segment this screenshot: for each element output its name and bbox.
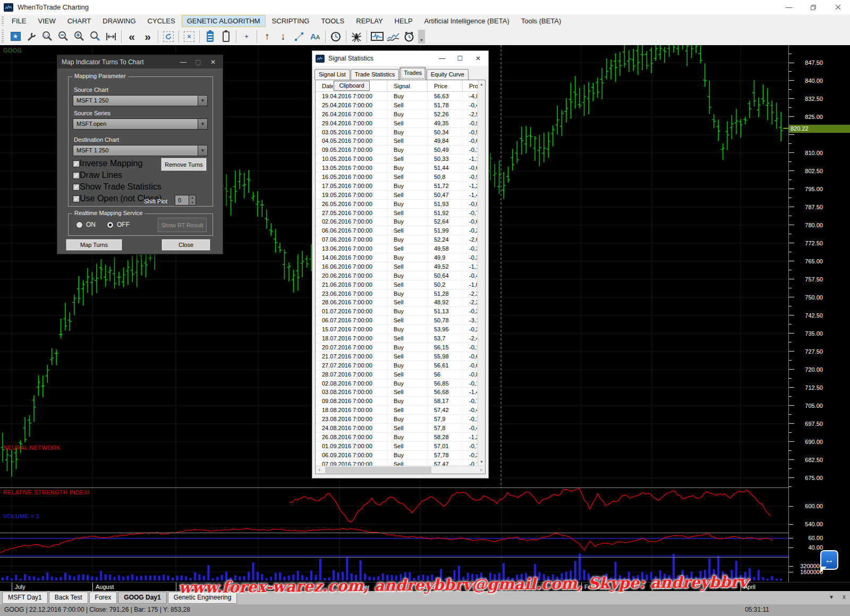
spider-icon[interactable] — [348, 30, 364, 44]
checkbox-draw-lines[interactable]: ✓Draw Lines — [73, 170, 122, 180]
table-row[interactable]: 09.08.2016 7:00:00Buy58,17-0,7 — [316, 397, 478, 406]
radio-on[interactable]: ON — [76, 221, 96, 228]
fit-width-icon[interactable] — [103, 30, 119, 44]
horizontal-scrollbar[interactable]: ‹ › — [316, 466, 485, 474]
menu-item-cycles[interactable]: CYCLES — [142, 15, 181, 27]
zoom-actual-icon[interactable]: 1:1 — [39, 30, 55, 44]
dialog-title-bar[interactable]: Map Indicator Turns To Chart — ▢ ✕ — [57, 55, 223, 69]
history-icon[interactable] — [328, 30, 344, 44]
map-turns-button[interactable]: Map Turns — [66, 239, 122, 251]
table-row[interactable]: 29.04.2016 7:00:00Sell49,35-0,9 — [316, 119, 478, 128]
minimize-icon[interactable]: — — [777, 0, 801, 14]
plus-icon[interactable]: + — [239, 30, 254, 44]
table-row[interactable]: 07.09.2016 7:00:00Sell57,47-0,1 — [316, 460, 478, 466]
table-row[interactable]: 18.07.2016 7:00:00Sell53,7-2,4 — [316, 334, 478, 343]
trend-chart-icon[interactable] — [385, 30, 401, 44]
checkbox-icon[interactable]: ✓ — [73, 160, 80, 167]
table-row[interactable]: 28.07.2016 7:00:00Sell56-0,8 — [316, 370, 478, 379]
checkbox-icon[interactable]: ✓ — [73, 195, 80, 202]
table-row[interactable]: 26.08.2016 7:00:00Buy58,28-1,2 — [316, 433, 478, 442]
table-row[interactable]: 16.06.2016 7:00:00Sell49,52-1,1 — [316, 262, 478, 271]
table-row[interactable]: 27.05.2016 7:00:00Sell51,92-0,7 — [316, 209, 478, 218]
chevron-down-icon[interactable]: ▼ — [198, 119, 207, 129]
selection-delete-icon[interactable]: × — [181, 30, 197, 44]
table-row[interactable]: 23.06.2016 7:00:00Buy51,28-2,3 — [316, 289, 478, 298]
table-row[interactable]: 07.06.2016 7:00:00Buy52,24-2,6 — [316, 235, 478, 244]
menu-item-scripting[interactable]: SCRIPTING — [267, 15, 315, 27]
tab-close-icon[interactable]: x — [843, 593, 846, 601]
tab-trade-statistics[interactable]: Trade Statistics — [351, 69, 399, 80]
table-row[interactable]: 19.05.2016 7:00:00Sell50,47-1,4 — [316, 191, 478, 200]
table-row[interactable]: 28.06.2016 7:00:00Sell48,92-2,2 — [316, 298, 478, 307]
checkbox-icon[interactable]: ✓ — [73, 184, 80, 191]
col-signal[interactable]: Signal — [387, 80, 428, 91]
menu-item-view[interactable]: VIEW — [32, 15, 61, 27]
battery-full-icon[interactable] — [202, 30, 218, 44]
fast-forward-icon[interactable]: » — [140, 30, 156, 44]
table-row[interactable]: 16.05.2016 7:00:00Sell50,8-0,9 — [316, 173, 478, 182]
menu-item-help[interactable]: HELP — [389, 15, 418, 27]
close-icon[interactable] — [826, 0, 850, 14]
source-chart-select[interactable]: MSFT 1 250 ▼ — [73, 95, 208, 106]
chart-tab-msft-day1[interactable]: MSFT Day1 — [2, 592, 48, 604]
tab-equity-curve[interactable]: Equity Curve — [427, 69, 469, 80]
table-row[interactable]: 19.04.2016 7:00:00Buy56,63-4,8 — [316, 92, 478, 101]
scroll-down-icon[interactable]: ▼ — [478, 458, 485, 466]
scroll-up-icon[interactable]: ▲ — [478, 80, 485, 88]
table-header[interactable]: Date Signal Price Pro Clipboard — [316, 80, 485, 92]
wrench-icon[interactable] — [23, 30, 39, 44]
selection-refresh-icon[interactable] — [160, 30, 176, 44]
spin-down-icon[interactable]: ▼ — [189, 200, 196, 205]
restore-icon[interactable] — [801, 0, 826, 14]
table-row[interactable]: 15.07.2016 7:00:00Buy53,95-0,2 — [316, 325, 478, 334]
table-row[interactable]: 17.05.2016 7:00:00Buy51,72-1,2 — [316, 182, 478, 191]
font-tool-icon[interactable]: AA — [307, 30, 323, 44]
col-price[interactable]: Price — [428, 80, 463, 91]
zoom-out-icon[interactable] — [55, 30, 71, 44]
teamviewer-icon[interactable]: ↔ — [820, 550, 838, 570]
table-row[interactable]: 18.08.2016 7:00:00Sell57,42-0,4 — [316, 406, 478, 415]
radio-icon[interactable] — [76, 221, 83, 228]
window-star-icon[interactable]: ★ — [7, 30, 23, 44]
checkbox-inverse-mapping[interactable]: ✓Inverse Mapping — [73, 159, 142, 168]
tab-trades[interactable]: Trades — [400, 67, 426, 80]
menu-item-file[interactable]: FILE — [6, 15, 31, 27]
table-row[interactable]: 27.07.2016 7:00:00Buy56,61-0,6 — [316, 361, 478, 370]
chart-tab-genetic-engineering[interactable]: Genetic Engineering — [168, 592, 237, 604]
chart-tab-goog-day1[interactable]: GOOG Day1 — [118, 592, 166, 604]
table-row[interactable]: 01.07.2016 7:00:00Buy51,13-0,3 — [316, 307, 478, 316]
menu-grip[interactable] — [2, 16, 4, 25]
table-row[interactable]: 03.05.2016 7:00:00Buy50,34-0,5 — [316, 128, 478, 137]
table-row[interactable]: 06.07.2016 7:00:00Sell50,78-3,1 — [316, 316, 478, 325]
table-row[interactable]: 26.05.2016 7:00:00Buy51,93-0,0 — [316, 200, 478, 209]
table-row[interactable]: 13.05.2016 7:00:00Buy51,44-0,6 — [316, 164, 478, 173]
trendline-tool-icon[interactable] — [291, 30, 307, 44]
table-row[interactable]: 23.08.2016 7:00:00Buy57,9-0,1 — [316, 415, 478, 424]
alarm-clock-icon[interactable] — [401, 30, 417, 44]
menu-item-tools-beta[interactable]: Tools (BETA) — [516, 15, 567, 27]
table-row[interactable]: 21.06.2016 7:00:00Sell50,2-1,0 — [316, 280, 478, 289]
show-rt-result-button[interactable]: Show RT Result — [158, 218, 207, 232]
tab-scroll-icon[interactable]: ▾ — [830, 593, 833, 601]
table-row[interactable]: 01.09.2016 7:00:00Sell57,01-0,7 — [316, 442, 478, 451]
table-row[interactable]: 25.04.2016 7:00:00Sell51,78-0,4 — [316, 101, 478, 110]
battery-empty-icon[interactable] — [218, 30, 234, 44]
close-icon[interactable]: ✕ — [469, 51, 487, 66]
table-row[interactable]: 04.05.2016 7:00:00Sell49,84-0,6 — [316, 136, 478, 146]
toolbar-overflow-icon[interactable]: ▾ — [418, 30, 425, 44]
checkbox-icon[interactable]: ✓ — [73, 172, 80, 179]
vertical-scrollbar[interactable]: ▲ ▼ — [478, 80, 485, 466]
table-row[interactable]: 20.07.2016 7:00:00Buy56,15-0,1 — [316, 343, 478, 352]
menu-item-replay[interactable]: REPLAY — [351, 15, 388, 27]
close-button[interactable]: Close — [162, 239, 210, 251]
arrow-up-icon[interactable]: ↑ — [259, 30, 275, 44]
radio-icon[interactable] — [107, 221, 114, 228]
dialog-title-bar[interactable]: Signal Statistics — ☐ ✕ — [312, 51, 488, 66]
chart-tab-forex[interactable]: Forex — [89, 592, 117, 604]
zoom-in-icon[interactable] — [71, 30, 87, 44]
menu-item-drawing[interactable]: DRAWING — [97, 15, 141, 27]
table-row[interactable]: 13.06.2016 7:00:00Sell49,58-0,3 — [316, 244, 478, 253]
table-row[interactable]: 26.04.2016 7:00:00Buy52,26-2,9 — [316, 110, 478, 119]
tab-signal-list[interactable]: Signal List — [314, 69, 350, 80]
scroll-left-icon[interactable]: ‹ — [316, 466, 324, 474]
